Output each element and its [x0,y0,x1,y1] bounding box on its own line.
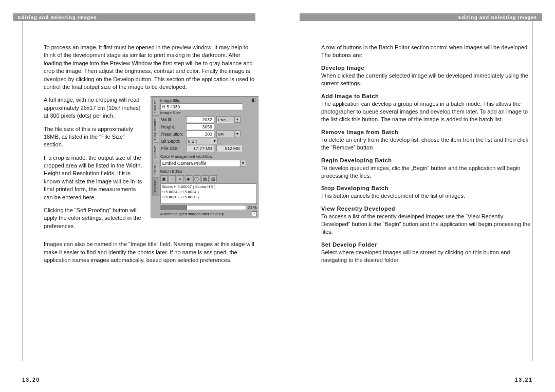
left-p2: A full image, with no cropping will read… [44,96,145,120]
page-number-left: 13.20 [22,377,40,383]
resolution-label: Resolution: [160,131,186,137]
left-p5: Clicking the “Soft Proofing” button will… [44,207,145,230]
unit-dpi[interactable]: DPI [216,130,234,137]
panel-icon[interactable]: ◧ [251,98,257,104]
page-left: Editing and Selecting Images To process … [0,0,278,392]
t-remove-from-batch: To delete an entry from the develop list… [321,136,533,152]
batch-editor-label: Batch Editor [160,169,257,174]
develop-image-button[interactable]: ▣ [160,175,168,182]
tab-focus[interactable]: Focus [152,163,159,178]
h-remove-from-batch: Remove Image from Batch [321,129,533,135]
batch-list-item[interactable]: Scuba H 5-00037 ( Scuba H 5 ) [162,184,255,190]
width-input[interactable]: 2032 [186,116,214,123]
tab-exposure[interactable]: Exposure [152,143,159,163]
header-title: Editing and Selecting Images [458,15,537,20]
tab-gray-balance[interactable]: Gray Balance [152,116,159,142]
cm-workflow-select[interactable]: Embed Camera Profile [160,160,240,166]
left-margin-line [22,21,23,361]
file-size-1: 17.77 MB [186,145,214,152]
bit-depth-label: Bit Depth: [160,138,186,144]
tab-capture[interactable]: Capture [152,98,159,116]
height-input[interactable]: 3056 [186,123,214,130]
t-add-to-batch: The application can develop a group of i… [321,100,533,124]
tab-develop[interactable]: Develop [152,178,159,196]
batch-list-item[interactable]: H 5 #030 ( H 5 #030 ) [162,195,255,200]
width-label: Width: [160,117,186,123]
unit-pixel[interactable]: Pixel [216,116,234,123]
resolution-input[interactable]: 300 [186,130,214,137]
t-stop-batch: This button cancels the development of t… [321,192,533,200]
image-title-input[interactable]: H 5 #030 [160,103,243,110]
cm-dropdown-icon[interactable]: ▼ [240,160,246,166]
set-folder-button[interactable]: ▥ [210,175,217,182]
height-label: Height: [160,124,186,130]
h-begin-batch: Begin Developing Batch [321,157,533,163]
page-number-right: 13.21 [515,377,533,383]
cm-workflow-label: Color Management workflow: [160,154,257,159]
progress-pct: 31% [248,205,257,210]
page-right: Editing and Selecting Images A row of bu… [278,0,555,392]
left-p3: The file size of this is approximately 1… [44,125,145,149]
batch-list[interactable]: Scuba H 5-00037 ( Scuba H 5 ) H 5 #024 (… [160,183,257,204]
t-view-recent: To access a list of the recently develop… [321,213,533,236]
bitdepth-dropdown-icon[interactable]: ▼ [212,138,218,144]
left-p6: Images can also be named in the “Image t… [44,240,255,264]
progress-bar [160,205,246,210]
header-bar-left: Editing and Selecting Images [13,13,255,21]
image-title-label: Image title: [160,98,257,103]
auto-open-checkbox[interactable]: ✓ [252,211,257,216]
h-view-recent: View Recently Developed [321,206,533,212]
h-develop-image: Develop Image [321,65,533,71]
auto-open-label: Automatic open images after develop [160,212,252,216]
remove-from-batch-button[interactable]: × [177,175,184,182]
header-bar-right: Editing and Selecting Images [300,13,542,21]
image-size-label: Image Size [160,110,257,116]
left-p1: To process an image, it first must be op… [44,44,255,91]
h-set-folder: Set Develop Folder [321,241,533,248]
begin-batch-button[interactable]: ◉ [185,175,192,182]
batch-list-item[interactable]: H 5 #024 ( H 5 #024 ) [162,190,255,195]
h-add-to-batch: Add Image to Batch [321,93,533,99]
view-recent-button[interactable]: ▤ [201,175,209,182]
batch-toolbar: ▣ + × ◉ ◯ ▤ ▥ [160,174,257,183]
dpi-dropdown-icon[interactable]: ▼ [234,130,240,137]
develop-panel-screenshot: Capture Gray Balance Exposure Focus Deve… [151,96,258,218]
bit-depth-value[interactable]: 8 Bit [186,138,212,144]
stop-batch-button[interactable]: ◯ [193,175,200,182]
t-set-folder: Select where developed images will be st… [321,249,533,265]
header-title: Editing and Selecting Images [18,15,97,20]
file-size-2: 912 MB [216,145,242,152]
t-develop-image: When clicked the currently selected imag… [321,72,533,88]
h-stop-batch: Stop Developing Batch [321,185,533,191]
add-to-batch-button[interactable]: + [169,175,176,182]
t-begin-batch: To develop queued images, clic the „Begi… [321,164,533,180]
left-p4: If a crop is made, the output size of th… [44,154,145,201]
unit-dropdown-icon[interactable]: ▼ [234,116,240,123]
file-size-label: File size: [160,145,186,152]
right-intro: A row of buttons in the Batch Editor sec… [321,44,533,60]
